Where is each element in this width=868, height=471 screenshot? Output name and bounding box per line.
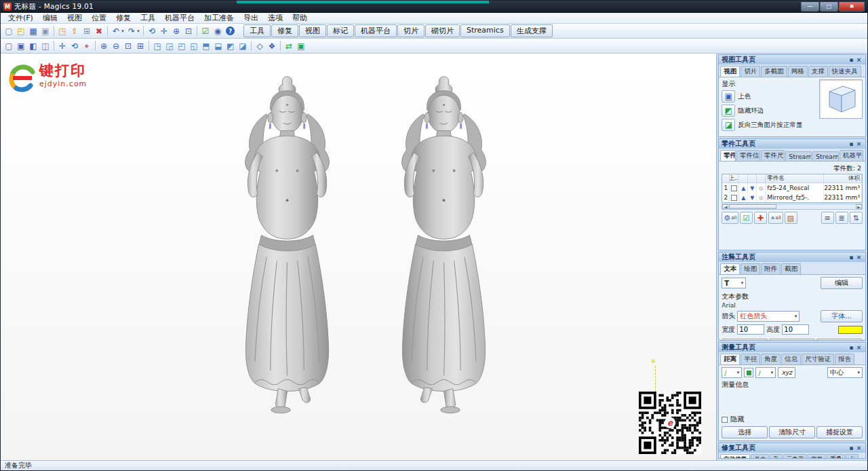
toggle-visibility-icon[interactable]: ☑ bbox=[740, 212, 753, 224]
menu-item[interactable]: 工具 bbox=[136, 13, 160, 23]
view-right-icon[interactable]: ◱ bbox=[188, 40, 200, 52]
view-bottom-icon[interactable]: ⬓ bbox=[212, 40, 224, 52]
screenshot-icon[interactable]: ▣ bbox=[295, 40, 307, 52]
copy-part-icon[interactable]: ⊞ bbox=[81, 25, 93, 37]
scrollbar-thumb[interactable] bbox=[729, 204, 776, 209]
module-tab[interactable]: 工具 bbox=[243, 24, 271, 37]
snap-mode-dropdown[interactable]: 中心▾ bbox=[827, 367, 863, 378]
minimize-button[interactable]: — bbox=[801, 2, 819, 12]
column-header-name[interactable]: 零件名 bbox=[766, 174, 824, 183]
select-all-parts-icon[interactable]: ⚙all bbox=[722, 212, 738, 224]
second-point-type-dropdown[interactable]: ∕▾ bbox=[755, 367, 776, 378]
tab-item[interactable]: 尺寸验证 bbox=[802, 354, 834, 364]
tab-item[interactable]: 多截面 bbox=[761, 66, 787, 77]
menu-item[interactable]: 机器平台 bbox=[160, 13, 199, 23]
hide-edges-button[interactable]: ◩ bbox=[722, 105, 735, 117]
pin-icon[interactable]: ▪ bbox=[848, 445, 855, 451]
view-left-icon[interactable]: ◰ bbox=[176, 40, 188, 52]
transparent-mode-icon[interactable]: ◫ bbox=[39, 40, 52, 52]
view-back-icon[interactable]: ◲ bbox=[163, 40, 176, 52]
tab-item[interactable]: 支撑 bbox=[808, 66, 828, 77]
perspective-icon[interactable]: ◇ bbox=[254, 40, 266, 52]
zoom-in-icon[interactable]: ⊕ bbox=[98, 40, 110, 52]
tab-item[interactable]: 半径 bbox=[741, 354, 760, 364]
module-tab[interactable]: 视图 bbox=[299, 24, 326, 37]
tab-item[interactable]: 自动修复 bbox=[720, 454, 750, 459]
module-tab[interactable]: 标记 bbox=[327, 24, 354, 37]
tab-item[interactable]: 距离 bbox=[720, 354, 740, 364]
tab-item[interactable]: 快速夹具 bbox=[829, 66, 861, 77]
width-input[interactable] bbox=[737, 324, 764, 335]
menu-item[interactable]: 位置 bbox=[87, 13, 111, 23]
view-iso-back-icon[interactable]: ◪ bbox=[237, 40, 249, 52]
view-iso-icon[interactable]: ◩ bbox=[224, 40, 237, 52]
select-annotation-button[interactable]: 选择 bbox=[722, 339, 768, 341]
list-view-icon[interactable]: ≡ bbox=[821, 212, 834, 224]
zoom-box-icon[interactable]: ⊞ bbox=[134, 40, 146, 52]
title-bar[interactable]: M 无标题 - Magics 19.01 — □ ✖ bbox=[1, 1, 867, 13]
point-style-icon[interactable] bbox=[744, 368, 753, 377]
export-part-icon[interactable]: ⇧ bbox=[68, 25, 81, 37]
scroll-left-icon[interactable]: ◄ bbox=[722, 204, 728, 209]
pin-icon[interactable]: ▪ bbox=[848, 254, 855, 261]
tab-item[interactable]: 绘图 bbox=[741, 263, 760, 274]
rotate-view-icon[interactable]: ⟲ bbox=[146, 25, 158, 37]
orbit-icon[interactable]: ⟲ bbox=[68, 40, 81, 52]
orientation-cube-preview[interactable] bbox=[819, 79, 863, 119]
pin-icon[interactable]: ▪ bbox=[848, 140, 855, 147]
column-header[interactable]: 上... bbox=[730, 174, 739, 183]
menu-item[interactable]: 编辑 bbox=[38, 13, 62, 23]
menu-item[interactable]: 帮助 bbox=[288, 13, 312, 23]
view-front-icon[interactable]: ◳ bbox=[151, 40, 163, 52]
module-tab[interactable]: Streamics bbox=[460, 24, 510, 37]
module-tab[interactable]: 砌切片 bbox=[425, 24, 460, 37]
undo-dropdown-icon[interactable]: ▾ bbox=[120, 25, 125, 37]
tab-item[interactable]: 网格 bbox=[788, 66, 808, 77]
menu-item[interactable]: 导出 bbox=[239, 13, 263, 23]
tab-item[interactable]: Stream... bbox=[812, 151, 839, 161]
new-file-icon[interactable]: ▢ bbox=[3, 25, 15, 37]
wireframe-mode-icon[interactable]: ▢ bbox=[3, 40, 15, 52]
zoom-in-icon[interactable]: ⊕ bbox=[170, 25, 182, 37]
part-model-2[interactable] bbox=[402, 77, 486, 413]
default-views-icon[interactable]: ❖ bbox=[266, 40, 278, 52]
pan-icon[interactable]: ✛ bbox=[56, 40, 68, 52]
clear-dimensions-button[interactable]: 清除尺寸 bbox=[769, 426, 815, 438]
detail-view-icon[interactable]: ≣ bbox=[835, 212, 848, 224]
shaded-mode-icon[interactable]: ▣ bbox=[15, 40, 27, 52]
module-tab[interactable]: 修复 bbox=[271, 24, 298, 37]
close-button[interactable]: ✖ bbox=[839, 2, 865, 12]
delete-part-icon[interactable]: ✖ bbox=[93, 25, 105, 37]
zoom-out-icon[interactable]: ⊖ bbox=[110, 40, 122, 52]
swap-platform-icon[interactable]: ⇄ bbox=[283, 40, 295, 52]
3d-viewport[interactable]: 键打印 ejdyin.com bbox=[1, 54, 717, 460]
visibility-checkbox[interactable] bbox=[730, 183, 739, 193]
coordinates-toggle[interactable]: xyz bbox=[778, 367, 795, 378]
tab-item[interactable]: 零件信息 bbox=[736, 150, 760, 161]
close-icon[interactable]: × bbox=[855, 56, 863, 63]
parts-table-hscrollbar[interactable]: ◄ ► bbox=[722, 204, 863, 210]
module-tab[interactable]: 切片 bbox=[397, 24, 425, 37]
tab-item[interactable]: 零件尺寸 bbox=[761, 150, 785, 161]
color-swatch[interactable] bbox=[838, 326, 863, 334]
font-button[interactable]: 字体... bbox=[821, 310, 863, 322]
pin-icon[interactable]: ▪ bbox=[848, 344, 855, 351]
shaded-edges-mode-icon[interactable]: ◧ bbox=[27, 40, 39, 52]
maximize-button[interactable]: □ bbox=[820, 2, 838, 12]
save-all-icon[interactable]: ▣ bbox=[39, 25, 52, 37]
tab-item[interactable]: 三角形 bbox=[783, 454, 808, 459]
tab-item[interactable]: 基本 bbox=[751, 454, 769, 459]
module-tab[interactable]: 生成支撑 bbox=[511, 24, 553, 37]
tab-item[interactable]: 报告 bbox=[835, 354, 854, 364]
tab-item[interactable]: 完整 bbox=[808, 454, 826, 459]
part-model-1[interactable] bbox=[245, 77, 330, 413]
invert-normals-button[interactable]: ◪ bbox=[722, 119, 735, 131]
menu-item[interactable]: 加工准备 bbox=[199, 13, 239, 23]
tab-item[interactable]: 角度 bbox=[761, 354, 781, 364]
snap-settings-button[interactable]: 捕捉设置 bbox=[816, 426, 863, 438]
center-view-icon[interactable]: ⌖ bbox=[81, 40, 93, 52]
save-icon[interactable]: ▦ bbox=[27, 25, 39, 37]
sort-parts-icon[interactable]: ⇅ bbox=[850, 212, 863, 224]
hide-checkbox[interactable] bbox=[722, 417, 728, 423]
redo-dropdown-icon[interactable]: ▾ bbox=[136, 25, 141, 37]
